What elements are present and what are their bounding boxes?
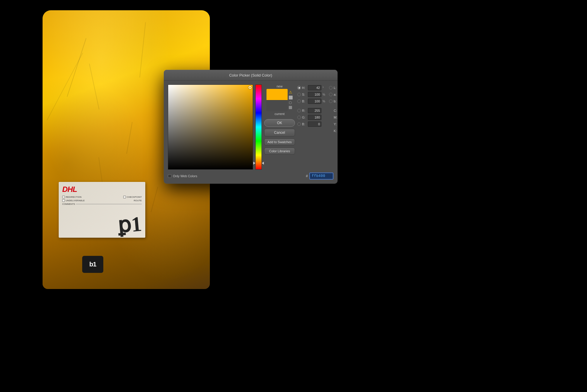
- new-label: new: [276, 85, 282, 88]
- l-radio[interactable]: [329, 86, 333, 89]
- b-unit: %: [323, 100, 326, 103]
- color-picker-dialog: Color Picker (Solid Color) new: [164, 70, 338, 184]
- right-inputs-panel: H: ° S: % B: %: [297, 85, 338, 134]
- s-unit: %: [323, 93, 326, 96]
- b2-label: B:: [302, 122, 307, 126]
- dhl-logo: DHL: [62, 185, 142, 194]
- r-radio[interactable]: [297, 109, 301, 112]
- color-gradient-picker[interactable]: [168, 85, 253, 170]
- b3-label: b:: [334, 99, 338, 103]
- h-radio[interactable]: [297, 86, 301, 89]
- a-radio[interactable]: [329, 93, 333, 96]
- hue-slider-container[interactable]: [255, 85, 262, 170]
- add-to-swatches-button[interactable]: Add to Swatches: [264, 138, 295, 146]
- a-row: a:: [329, 92, 338, 97]
- checkpoint-label: CHECKPOINT: [127, 196, 142, 198]
- r-row: R:: [297, 108, 326, 113]
- lab-cmyk-col: L: a: b: C:: [329, 85, 338, 134]
- b3-radio[interactable]: [329, 99, 333, 103]
- m-row: M: %: [329, 115, 338, 120]
- c-label: C:: [334, 109, 338, 112]
- b3-row: b:: [329, 99, 338, 104]
- l-label: L:: [334, 86, 338, 89]
- undeliverable-label: UNDELIVERABLE: [66, 199, 85, 202]
- hex-label: #: [306, 174, 308, 178]
- hsb-rgb-col: H: ° S: % B: %: [297, 85, 326, 134]
- ok-button[interactable]: OK: [264, 119, 295, 127]
- r-input[interactable]: [308, 108, 321, 113]
- dialog-body: new ⚠ ⬡ current OK Cancel Add: [164, 80, 338, 170]
- color-current-swatch: [266, 100, 288, 111]
- b-label: B:: [302, 99, 307, 103]
- h-unit: °: [323, 86, 326, 89]
- handwrite-mark: ꝑ1: [117, 213, 143, 236]
- only-web-colors-checkbox[interactable]: [168, 174, 171, 178]
- hex-input[interactable]: [309, 173, 333, 180]
- k-row: K: %: [329, 128, 338, 134]
- b-row: B: %: [297, 99, 326, 104]
- redirection-checkbox[interactable]: [62, 196, 65, 198]
- color-libraries-button[interactable]: Color Libraries: [264, 148, 295, 155]
- y-row: Y: %: [329, 121, 338, 127]
- comments-label: COMMENTS: [62, 203, 75, 205]
- a-label: a:: [334, 93, 338, 96]
- hex-row: #: [306, 173, 333, 180]
- cancel-button[interactable]: Cancel: [264, 129, 295, 136]
- h-input[interactable]: [308, 85, 321, 90]
- b2-row: B:: [297, 121, 326, 127]
- r-label: R:: [302, 109, 307, 112]
- y-label: Y:: [334, 122, 338, 126]
- s-input[interactable]: [308, 92, 321, 97]
- l-row: L:: [329, 85, 338, 90]
- b-input[interactable]: [308, 99, 321, 104]
- checkpoint-checkbox[interactable]: [123, 196, 126, 198]
- h-label: H:: [302, 86, 307, 89]
- g-radio[interactable]: [297, 116, 301, 119]
- square-icon[interactable]: [289, 106, 292, 109]
- g-input[interactable]: [308, 115, 321, 120]
- s-radio[interactable]: [297, 93, 301, 96]
- center-area: new ⚠ ⬡ current OK Cancel Add: [264, 85, 295, 155]
- route-label: ROUTE: [134, 199, 142, 202]
- warning-icon[interactable]: ⚠: [289, 90, 293, 94]
- dhl-label: DHL REDIRECTION CHECKPOINT UNDELIVERABLE…: [59, 182, 145, 238]
- hue-arrow-left: [253, 162, 255, 165]
- m-label: M:: [334, 116, 338, 119]
- k-label: K:: [334, 129, 338, 133]
- b-radio[interactable]: [297, 99, 301, 103]
- b2-radio[interactable]: [297, 122, 301, 126]
- cube-icon-top[interactable]: [289, 96, 293, 99]
- b2-input[interactable]: [308, 121, 321, 127]
- color-new-swatch: [266, 89, 288, 100]
- c-row: C: %: [329, 108, 338, 113]
- g-row: G:: [297, 115, 326, 120]
- undeliverable-checkbox[interactable]: [62, 199, 65, 202]
- cube-icon-bottom[interactable]: ⬡: [289, 101, 293, 105]
- g-label: G:: [302, 116, 307, 119]
- s-label: S:: [302, 93, 307, 96]
- b1-logo: b1: [82, 256, 103, 273]
- only-web-colors-label[interactable]: Only Web Colors: [168, 174, 197, 178]
- redirection-label: REDIRECTION: [66, 196, 82, 198]
- dialog-titlebar: Color Picker (Solid Color): [164, 70, 338, 80]
- h-row: H: °: [297, 85, 326, 90]
- color-preview-stack: [266, 89, 288, 111]
- current-label: current: [274, 112, 284, 116]
- s-row: S: %: [297, 92, 326, 97]
- gradient-picker-circle[interactable]: [249, 86, 252, 89]
- hue-arrow-right: [262, 162, 264, 165]
- dialog-bottom: Only Web Colors #: [164, 170, 338, 184]
